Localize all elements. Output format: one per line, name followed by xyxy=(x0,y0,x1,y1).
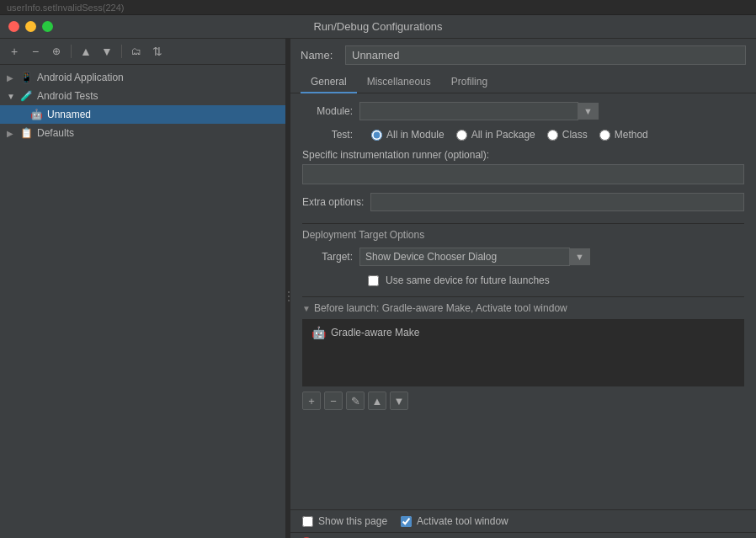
tree-label-unnamed: Unnamed xyxy=(47,109,91,120)
show-page-label: Show this page xyxy=(318,515,387,527)
remove-config-button[interactable]: − xyxy=(26,42,45,61)
launch-move-up-button[interactable]: ▲ xyxy=(368,392,386,410)
name-label: Name: xyxy=(301,49,338,61)
tree-arrow-unnamed: ▶ xyxy=(17,110,29,120)
launch-item-gradle: 🤖 Gradle-aware Make xyxy=(306,323,740,342)
gradle-icon: 🤖 xyxy=(311,326,326,339)
extra-options-input[interactable] xyxy=(370,193,744,211)
target-label: Target: xyxy=(302,251,359,263)
same-device-label[interactable]: Use same device for future launches xyxy=(386,274,550,286)
radio-class-input[interactable] xyxy=(547,130,558,141)
module-dropdown-arrow[interactable]: ▼ xyxy=(578,103,599,120)
config-tree: ▶ 📱 Android Application ▼ 🧪 Android Test… xyxy=(0,65,285,538)
launch-remove-button[interactable]: − xyxy=(324,392,343,410)
target-dropdown[interactable]: Show Device Chooser Dialog xyxy=(359,248,570,266)
title-bar: Run/Debug Configurations xyxy=(0,15,756,39)
config-content: Module: ▼ Test: All in Module All in Pac… xyxy=(290,93,756,509)
radio-all-in-module-label: All in Module xyxy=(386,129,445,141)
separator-2 xyxy=(302,296,744,297)
show-page-checkbox[interactable] xyxy=(302,516,313,527)
activate-tool-item[interactable]: Activate tool window xyxy=(401,515,508,527)
launch-toolbar: + − ✎ ▲ ▼ xyxy=(302,392,744,410)
radio-all-in-package-label: All in Package xyxy=(471,129,535,141)
tab-general[interactable]: General xyxy=(301,72,357,93)
tree-item-defaults[interactable]: ▶ 📋 Defaults xyxy=(0,124,285,142)
move-up-button[interactable]: ▲ xyxy=(77,42,95,61)
tree-label: Android Application xyxy=(37,72,124,83)
before-launch-section: ▼ Before launch: Gradle-aware Make, Acti… xyxy=(302,302,744,410)
radio-method-label: Method xyxy=(615,129,648,141)
module-row: Module: ▼ xyxy=(302,102,744,120)
move-down-button[interactable]: ▼ xyxy=(98,42,116,61)
add-config-button[interactable]: + xyxy=(5,42,24,61)
sort-button[interactable]: ⇅ xyxy=(148,42,167,61)
radio-class-label: Class xyxy=(562,129,588,141)
error-bar: ! Error: Module not specified xyxy=(290,532,756,538)
main-layout: + − ⊕ ▲ ▼ 🗂 ⇅ ▶ 📱 Android Application ▼ … xyxy=(0,39,756,538)
separator xyxy=(302,223,744,224)
code-hint-text: userInfo.setInvalidSess(224) xyxy=(7,3,124,13)
show-page-item[interactable]: Show this page xyxy=(302,515,387,527)
maximize-button[interactable] xyxy=(42,21,53,32)
target-row: Target: Show Device Chooser Dialog ▼ xyxy=(302,248,744,266)
same-device-checkbox[interactable] xyxy=(368,275,379,286)
tree-item-android-application[interactable]: ▶ 📱 Android Application xyxy=(0,68,285,87)
target-dropdown-arrow[interactable]: ▼ xyxy=(570,248,590,265)
test-radio-row: Test: All in Module All in Package Class… xyxy=(302,129,744,141)
activate-tool-checkbox[interactable] xyxy=(401,516,412,527)
radio-all-in-module-input[interactable] xyxy=(371,130,382,141)
launch-item-label: Gradle-aware Make xyxy=(331,327,419,338)
extra-options-label: Extra options: xyxy=(302,196,364,208)
left-panel: + − ⊕ ▲ ▼ 🗂 ⇅ ▶ 📱 Android Application ▼ … xyxy=(0,39,286,538)
unnamed-icon: 🤖 xyxy=(29,108,44,121)
radio-method[interactable]: Method xyxy=(599,129,648,141)
collapse-arrow-icon: ▼ xyxy=(302,304,311,313)
launch-move-down-button[interactable]: ▼ xyxy=(390,392,408,410)
tab-miscellaneous[interactable]: Miscellaneous xyxy=(357,72,441,93)
before-launch-header[interactable]: ▼ Before launch: Gradle-aware Make, Acti… xyxy=(302,302,744,314)
activate-tool-label: Activate tool window xyxy=(417,515,508,527)
left-toolbar: + − ⊕ ▲ ▼ 🗂 ⇅ xyxy=(0,39,285,65)
extra-options-row: Extra options: xyxy=(302,193,744,211)
tree-arrow-expanded: ▼ xyxy=(7,92,19,101)
launch-list: 🤖 Gradle-aware Make xyxy=(302,319,744,386)
sir-section: Specific instrumentation runner (optiona… xyxy=(302,149,744,184)
tree-item-unnamed[interactable]: ▶ 🤖 Unnamed xyxy=(0,105,285,124)
deployment-section: Deployment Target Options Target: Show D… xyxy=(302,229,744,286)
folder-button[interactable]: 🗂 xyxy=(127,42,146,61)
toolbar-separator xyxy=(71,45,72,58)
minimize-button[interactable] xyxy=(25,21,36,32)
test-label: Test: xyxy=(302,129,359,141)
copy-config-button[interactable]: ⊕ xyxy=(47,42,66,61)
name-row: Name: xyxy=(290,39,756,72)
radio-all-in-package-input[interactable] xyxy=(456,130,467,141)
launch-add-button[interactable]: + xyxy=(302,392,321,410)
radio-all-in-module[interactable]: All in Module xyxy=(371,129,445,141)
launch-edit-button[interactable]: ✎ xyxy=(346,392,365,410)
tree-label-android-tests: Android Tests xyxy=(37,90,98,102)
target-dropdown-wrapper: Show Device Chooser Dialog ▼ xyxy=(359,248,590,266)
same-device-row: Use same device for future launches xyxy=(302,274,744,286)
traffic-lights xyxy=(8,21,53,32)
radio-method-input[interactable] xyxy=(599,130,610,141)
module-dropdown-wrapper: ▼ xyxy=(359,102,599,120)
tree-item-android-tests[interactable]: ▼ 🧪 Android Tests xyxy=(0,87,285,105)
tree-label-defaults: Defaults xyxy=(37,127,74,139)
sir-input[interactable] xyxy=(302,164,744,184)
tab-profiling[interactable]: Profiling xyxy=(441,72,498,93)
toolbar-separator-2 xyxy=(121,45,122,58)
android-application-icon: 📱 xyxy=(19,71,34,84)
name-input[interactable] xyxy=(345,45,746,65)
sir-label: Specific instrumentation runner (optiona… xyxy=(302,149,744,161)
right-panel: Name: General Miscellaneous Profiling Mo… xyxy=(290,39,756,538)
tabs-bar: General Miscellaneous Profiling xyxy=(290,72,756,93)
before-launch-header-text: Before launch: Gradle-aware Make, Activa… xyxy=(314,302,567,314)
deployment-section-label: Deployment Target Options xyxy=(302,229,744,241)
module-dropdown[interactable] xyxy=(359,102,578,120)
close-button[interactable] xyxy=(8,21,19,32)
radio-all-in-package[interactable]: All in Package xyxy=(456,129,535,141)
tree-arrow: ▶ xyxy=(7,73,19,83)
radio-class[interactable]: Class xyxy=(547,129,588,141)
code-hint-bar: userInfo.setInvalidSess(224) xyxy=(0,0,756,15)
defaults-icon: 📋 xyxy=(19,126,34,140)
